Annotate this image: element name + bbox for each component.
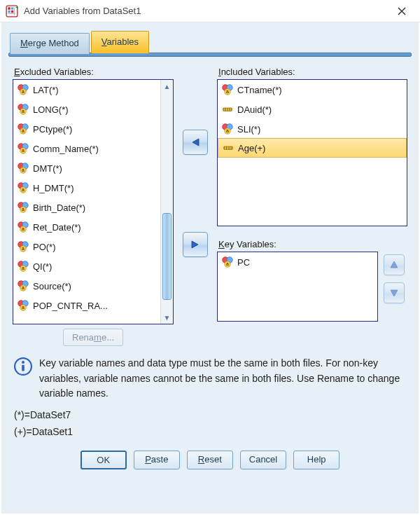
tab-merge-method[interactable]: Merge Method [10, 33, 90, 54]
nominal-icon [18, 221, 29, 233]
cancel-button[interactable]: Cancel [240, 451, 286, 469]
arrow-down-icon [388, 287, 400, 298]
nominal-icon [222, 84, 233, 95]
list-item[interactable]: POP_CNTR_RA... [13, 296, 160, 315]
info-icon [14, 357, 32, 376]
info-message: Key variable names and data type must be… [13, 356, 407, 401]
nominal-icon [18, 241, 29, 252]
legend-plus: (+)=DataSet1 [14, 424, 407, 441]
reset-button[interactable]: Reset [187, 451, 233, 469]
scroll-up-icon[interactable]: ▲ [161, 80, 173, 92]
tab-label: ariables [107, 36, 139, 47]
arrow-left-icon [190, 137, 201, 148]
nominal-icon [18, 280, 29, 291]
close-icon [398, 7, 406, 15]
included-list[interactable]: CTname(*) DAuid(*) SLI(*) Age(+) [217, 79, 407, 226]
scale-icon [223, 142, 234, 153]
list-item[interactable]: LAT(*) [13, 80, 160, 99]
close-button[interactable] [388, 0, 416, 22]
ok-button[interactable]: OK [80, 451, 127, 469]
list-item[interactable]: Birth_Date(*) [13, 198, 160, 217]
arrow-up-icon [388, 259, 400, 270]
nominal-icon [222, 123, 233, 135]
list-item[interactable]: DMT(*) [13, 158, 160, 178]
list-item[interactable]: Comm_Name(*) [13, 139, 160, 158]
key-move-down-button[interactable] [384, 282, 405, 303]
nominal-icon [18, 261, 29, 272]
nominal-icon [18, 104, 29, 115]
nominal-icon [18, 163, 29, 174]
list-item[interactable]: QI(*) [13, 256, 160, 276]
list-item[interactable]: Ret_Date(*) [13, 217, 160, 237]
nominal-icon [18, 123, 29, 135]
titlebar: Add Variables from DataSet1 [0, 0, 420, 22]
scale-icon [222, 104, 233, 115]
nominal-icon [222, 256, 233, 268]
list-item[interactable]: PO(*) [13, 237, 160, 256]
included-label: Included Variables: [217, 67, 407, 77]
nominal-icon [18, 182, 29, 193]
legend-star: (*)=DataSet7 [14, 407, 407, 424]
list-item[interactable]: LONG(*) [13, 99, 160, 119]
arrow-right-icon [190, 239, 201, 250]
list-item[interactable]: H_DMT(*) [13, 178, 160, 198]
excluded-label: Excluded Variables: [13, 67, 174, 77]
key-move-up-button[interactable] [384, 254, 405, 275]
tab-variables[interactable]: Variables [91, 31, 149, 53]
app-icon [6, 5, 18, 18]
nominal-icon [18, 300, 29, 311]
move-to-excluded-button[interactable] [183, 130, 208, 155]
dialog-buttons: OK Paste Reset Cancel Help [13, 451, 407, 469]
tab-label: erge Method [28, 38, 79, 48]
list-item[interactable]: CTname(*) [218, 80, 407, 99]
list-item[interactable]: PC [218, 252, 377, 272]
rename-button[interactable]: Rename... [63, 329, 123, 346]
key-label: Key Variables: [217, 239, 378, 249]
list-item[interactable]: SLI(*) [218, 119, 407, 139]
nominal-icon [18, 202, 29, 213]
window-title: Add Variables from DataSet1 [24, 6, 388, 16]
excluded-list[interactable]: ▲ ▼ LAT(*) LONG(*) PCtype(*) Comm_Name(*… [13, 79, 174, 324]
key-list[interactable]: PC [217, 252, 378, 322]
list-item[interactable]: Age(+) [218, 138, 407, 158]
tabstrip: Merge Method Variables [8, 29, 412, 53]
scrollbar[interactable]: ▲ ▼ [160, 80, 173, 324]
help-button[interactable]: Help [293, 451, 340, 469]
list-item[interactable]: DAuid(*) [218, 99, 407, 119]
move-to-key-button[interactable] [183, 232, 208, 257]
paste-button[interactable]: Paste [134, 451, 180, 469]
scroll-thumb[interactable] [162, 213, 172, 301]
list-item[interactable]: Source(*) [13, 276, 160, 296]
nominal-icon [18, 143, 29, 154]
nominal-icon [18, 84, 29, 95]
list-item[interactable]: PCtype(*) [13, 119, 160, 139]
scroll-down-icon[interactable]: ▼ [161, 311, 173, 324]
dataset-legend: (*)=DataSet7 (+)=DataSet1 [13, 407, 407, 441]
